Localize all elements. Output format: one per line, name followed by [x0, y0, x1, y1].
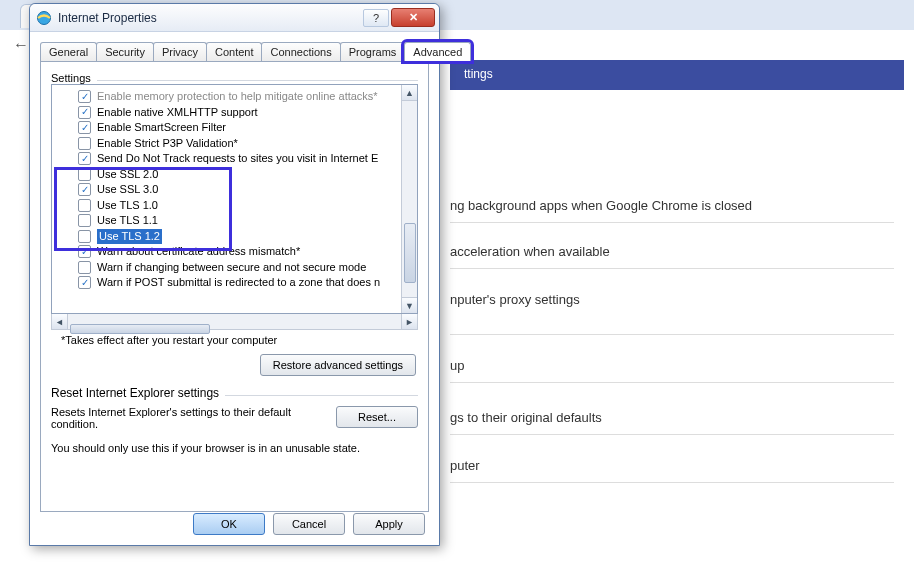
- checkbox-icon[interactable]: [78, 106, 91, 119]
- reset-description: Resets Internet Explorer's settings to t…: [51, 406, 326, 430]
- reset-group-label: Reset Internet Explorer settings: [51, 386, 219, 400]
- checkbox-label: Enable native XMLHTTP support: [97, 105, 258, 121]
- scroll-down-icon[interactable]: ▼: [402, 297, 417, 313]
- checkbox-row-smartscreen[interactable]: Enable SmartScreen Filter: [58, 120, 415, 136]
- scroll-left-icon[interactable]: ◄: [52, 314, 68, 329]
- checkbox-row-dnt[interactable]: Send Do Not Track requests to sites you …: [58, 151, 415, 167]
- checkbox-row-p3p[interactable]: Enable Strict P3P Validation*: [58, 136, 415, 152]
- reset-warning: You should only use this if your browser…: [51, 442, 418, 454]
- checkbox-label: Use SSL 2.0: [97, 167, 158, 183]
- checkbox-row-xmlhttp[interactable]: Enable native XMLHTTP support: [58, 105, 415, 121]
- reset-button[interactable]: Reset...: [336, 406, 418, 428]
- checkbox-icon[interactable]: [78, 199, 91, 212]
- settings-row: up: [450, 358, 464, 373]
- settings-group-label: Settings: [51, 72, 91, 84]
- checkbox-row-tls11[interactable]: Use TLS 1.1: [58, 213, 415, 229]
- ok-button[interactable]: OK: [193, 513, 265, 535]
- divider: [450, 382, 894, 383]
- checkbox-icon[interactable]: [78, 261, 91, 274]
- checkbox-row-cert-mismatch[interactable]: Warn about certificate address mismatch*: [58, 244, 415, 260]
- dialog-title: Internet Properties: [58, 11, 361, 25]
- checkbox-icon[interactable]: [78, 276, 91, 289]
- dialog-tabstrip: General Security Privacy Content Connect…: [30, 32, 439, 61]
- settings-row: nputer's proxy settings: [450, 292, 580, 307]
- divider: [450, 434, 894, 435]
- settings-header-bar: ttings: [450, 60, 904, 90]
- vertical-scrollbar[interactable]: ▲ ▼: [401, 85, 417, 313]
- tab-connections[interactable]: Connections: [261, 42, 340, 61]
- checkbox-label: Use TLS 1.1: [97, 213, 158, 229]
- tab-security[interactable]: Security: [96, 42, 154, 61]
- tab-programs[interactable]: Programs: [340, 42, 406, 61]
- header-text: ttings: [464, 67, 493, 81]
- divider: [97, 80, 418, 81]
- checkbox-icon[interactable]: [78, 90, 91, 103]
- checkbox-label: Send Do Not Track requests to sites you …: [97, 151, 378, 167]
- checkbox-row-ssl30[interactable]: Use SSL 3.0: [58, 182, 415, 198]
- checkbox-row-memory-protection[interactable]: Enable memory protection to help mitigat…: [58, 89, 415, 105]
- scroll-right-icon[interactable]: ►: [401, 314, 417, 329]
- checkbox-icon[interactable]: [78, 168, 91, 181]
- checkbox-icon[interactable]: [78, 152, 91, 165]
- ie-icon: [36, 10, 52, 26]
- internet-properties-dialog: Internet Properties ? ✕ General Security…: [29, 3, 440, 546]
- checkbox-row-ssl20[interactable]: Use SSL 2.0: [58, 167, 415, 183]
- scroll-thumb[interactable]: [404, 223, 416, 283]
- tab-content[interactable]: Content: [206, 42, 263, 61]
- tab-panel-advanced: Settings Enable memory protection to hel…: [40, 61, 429, 512]
- checkbox-label: Warn if changing between secure and not …: [97, 260, 366, 276]
- checkbox-label: Warn if POST submittal is redirected to …: [97, 275, 380, 291]
- tab-advanced[interactable]: Advanced: [404, 42, 471, 61]
- divider: [450, 268, 894, 269]
- horizontal-scrollbar[interactable]: ◄ ►: [51, 314, 418, 330]
- scroll-thumb[interactable]: [70, 324, 210, 334]
- checkbox-icon[interactable]: [78, 230, 91, 243]
- restart-note: *Takes effect after you restart your com…: [61, 334, 418, 346]
- settings-row: puter: [450, 458, 480, 473]
- restore-advanced-button[interactable]: Restore advanced settings: [260, 354, 416, 376]
- checkbox-icon[interactable]: [78, 245, 91, 258]
- checkbox-row-tls10[interactable]: Use TLS 1.0: [58, 198, 415, 214]
- checkbox-row-tls12[interactable]: Use TLS 1.2: [58, 229, 415, 245]
- divider: [450, 334, 894, 335]
- checkbox-label: Enable Strict P3P Validation*: [97, 136, 238, 152]
- help-button[interactable]: ?: [363, 9, 389, 27]
- checkbox-icon[interactable]: [78, 121, 91, 134]
- scroll-up-icon[interactable]: ▲: [402, 85, 417, 101]
- checkbox-label: Warn about certificate address mismatch*: [97, 244, 300, 260]
- dialog-button-row: OK Cancel Apply: [193, 513, 425, 535]
- settings-treeview[interactable]: Enable memory protection to help mitigat…: [51, 84, 418, 314]
- settings-row: gs to their original defaults: [450, 410, 602, 425]
- settings-row: acceleration when available: [450, 244, 610, 259]
- close-button[interactable]: ✕: [391, 8, 435, 27]
- divider: [450, 222, 894, 223]
- checkbox-row-post-redirect[interactable]: Warn if POST submittal is redirected to …: [58, 275, 415, 291]
- checkbox-icon[interactable]: [78, 214, 91, 227]
- checkbox-icon[interactable]: [78, 183, 91, 196]
- titlebar[interactable]: Internet Properties ? ✕: [30, 4, 439, 32]
- checkbox-row-secure-warning[interactable]: Warn if changing between secure and not …: [58, 260, 415, 276]
- checkbox-icon[interactable]: [78, 137, 91, 150]
- checkbox-label: Use TLS 1.0: [97, 198, 158, 214]
- checkbox-label: Use SSL 3.0: [97, 182, 158, 198]
- divider: [450, 482, 894, 483]
- checkbox-label: Enable memory protection to help mitigat…: [97, 89, 378, 105]
- tab-privacy[interactable]: Privacy: [153, 42, 207, 61]
- cancel-button[interactable]: Cancel: [273, 513, 345, 535]
- settings-row: ng background apps when Google Chrome is…: [450, 198, 752, 213]
- apply-button[interactable]: Apply: [353, 513, 425, 535]
- tab-general[interactable]: General: [40, 42, 97, 61]
- checkbox-label: Use TLS 1.2: [97, 229, 162, 245]
- divider: [225, 395, 418, 396]
- checkbox-label: Enable SmartScreen Filter: [97, 120, 226, 136]
